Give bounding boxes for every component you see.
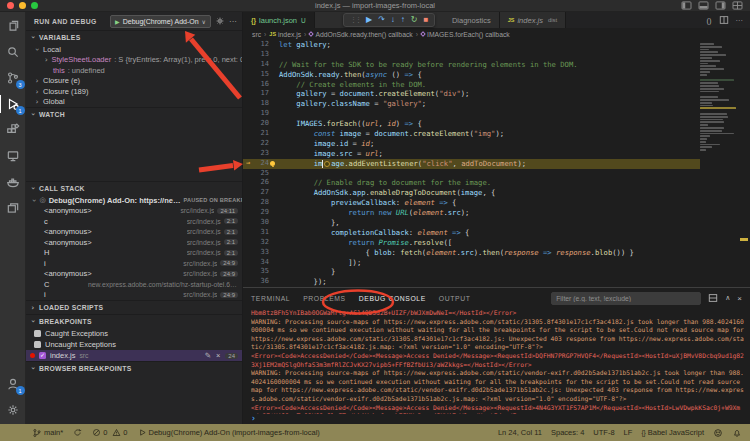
variables-header[interactable]: › VARIABLES [26,31,242,44]
variable-row[interactable]: ›Global [26,97,242,108]
more-actions-icon[interactable]: ··· [736,16,744,25]
stack-frame-row[interactable]: isrc/index.js24:9 [26,258,242,269]
variable-row[interactable]: ›StyleSheetLoader: S {tryEntries: Array(… [26,55,242,66]
eol-item[interactable]: LF [624,428,633,437]
close-panel-icon[interactable]: × [737,294,742,303]
breakpoint-checkbox[interactable]: ✓ [39,352,46,359]
maximize-panel-icon[interactable]: ∧ [725,294,730,302]
inline-breakpoint-icon[interactable] [324,161,330,167]
variable-row[interactable]: ›Closure (189) [26,86,242,97]
zoom-window-icon[interactable] [31,2,38,9]
configure-gear-icon[interactable] [215,16,225,26]
explorer-icon[interactable] [4,17,22,35]
step-out-button[interactable]: ↑ [401,16,405,24]
debug-target-item[interactable]: Debug(Chrome) Add-On (import-images-from… [138,428,320,437]
browser-breakpoints-header[interactable]: › BROWSER BREAKPOINTS [26,362,242,375]
step-into-button[interactable]: ↓ [391,16,395,24]
chevron-icon: › [34,76,40,85]
stack-frame-row[interactable]: <anonymous>src/index.js2:1 [26,227,242,238]
loaded-scripts-header[interactable]: › LOADED SCRIPTS [26,301,242,314]
variable-row[interactable]: this: undefined [26,65,242,76]
stack-frame-row[interactable]: <anonymous>src/index.js2:1 [26,237,242,248]
stack-frame-row[interactable]: isrc/index.js24:9 [26,290,242,301]
split-editor-icon[interactable] [719,15,729,25]
overview-ruler[interactable] [738,40,750,287]
feedback-item[interactable] [713,428,723,438]
indentation-item[interactable]: Spaces: 4 [551,428,584,437]
docker-icon[interactable] [4,173,22,191]
editor-groups-icon[interactable] [4,199,22,217]
minimap-line [700,43,714,45]
panel-tab-output[interactable]: OUTPUT [439,295,471,302]
problems-item[interactable]: 0 0 [92,428,127,437]
toggle-sidebar-icon[interactable] [681,1,692,10]
panel-tab-problems[interactable]: PROBLEMS [303,295,346,302]
close-window-icon[interactable] [7,2,14,9]
tab-launch-json[interactable]: {}launch.jsonU [243,12,315,28]
console-filter-input[interactable] [551,292,701,305]
stack-frame-row[interactable]: <anonymous>src/index.js24:9 [26,269,242,280]
customize-layout-icon[interactable] [732,1,743,10]
debug-config-dropdown[interactable]: ▶ Debug(Chrome) Add-On ∨ [110,15,211,28]
debug-session-row[interactable]: › ◎ Debug(Chrome) Add-On: https://ne… PA… [26,195,242,206]
accounts-icon[interactable]: 1 [4,375,22,393]
variable-row[interactable]: ›Closure (e) [26,76,242,87]
minimize-window-icon[interactable] [19,2,26,9]
breakpoint-checkbox[interactable] [34,341,41,348]
split-panel-icon[interactable] [708,293,718,303]
breadcrumb-item[interactable]: IMAGES.forEach() callback [421,31,510,38]
code-editor[interactable]: 12let gallery;1314// Wait for the SDK to… [243,40,750,287]
tab-index-js[interactable]: JSindex.jsdist [500,12,567,28]
edit-breakpoint-icon[interactable]: ✎ [205,351,211,360]
stack-frame-row[interactable]: Hsrc/index.js2:1 [26,248,242,259]
panel-tab-debug-console[interactable]: DEBUG CONSOLE [359,295,426,302]
settings-icon[interactable] [4,401,22,419]
stack-frame-row[interactable]: Cnew.express.adobe.com/static/hz-startup… [26,279,242,290]
toolbar-drag-handle[interactable]: ⋮⋮ [350,16,360,24]
line-number: 30 [253,218,269,228]
breadcrumb-item[interactable]: JSindex.js [269,31,301,38]
chevron-icon: › [44,55,49,64]
search-icon[interactable] [4,43,22,61]
stop-button[interactable]: ■ [424,16,429,24]
cursor-position-item[interactable]: Ln 24, Col 11 [498,428,542,437]
breakpoint-row[interactable]: Uncaught Exceptions [26,339,242,350]
panel-tab-terminal[interactable]: TERMINAL [251,295,290,302]
line-number: 33 [253,248,269,258]
breakpoints-header[interactable]: › BREAKPOINTS [26,315,242,328]
call-stack-header[interactable]: › CALL STACK [26,182,242,195]
breadcrumb-item[interactable]: src [252,31,261,38]
source-control-icon[interactable]: 3 [4,69,22,87]
notifications-item[interactable] [732,428,742,438]
lightbulb-icon[interactable] [270,161,275,166]
toggle-secondary-sidebar-icon[interactable] [715,1,726,10]
toggle-panel-icon[interactable] [698,1,709,10]
watch-header[interactable]: › WATCH [26,108,242,121]
continue-button[interactable]: ▶ [366,16,372,24]
sync-item[interactable] [73,428,82,437]
breakpoint-row[interactable]: Caught Exceptions [26,328,242,339]
breakpoint-checkbox[interactable] [34,330,41,337]
stack-frame-row[interactable]: <anonymous>src/index.js24:11 [26,206,242,217]
language-mode-item[interactable]: {}Babel JavaScript [641,428,704,437]
debug-console[interactable]: Hbm8tzBFh5YnIBab0OGWaMrtg+ASl4QD5d2B+UIZ… [243,308,750,424]
parens-action-icon[interactable]: () [707,16,712,25]
restart-button[interactable]: ↻ [411,16,418,24]
code-line: →24 image.addEventListener("click", addT… [243,159,700,169]
encoding-item[interactable]: UTF-8 [593,428,614,437]
step-over-button[interactable]: ↷ [378,16,385,24]
console-prompt[interactable]: › [251,415,256,424]
views-more-icon[interactable]: ··· [229,17,237,26]
run-and-debug-icon[interactable]: 1 [4,95,22,113]
git-branch-item[interactable]: main* [32,428,63,438]
variable-row[interactable]: ›Local [26,44,242,55]
breakpoint-gutter[interactable]: → [243,159,253,169]
extensions-icon[interactable] [4,121,22,139]
remote-explorer-icon[interactable] [4,147,22,165]
minimap[interactable] [700,40,738,287]
breakpoint-row[interactable]: ✓index.jssrc✎×24 [26,350,242,361]
remove-breakpoint-icon[interactable]: × [216,351,220,360]
start-debug-icon[interactable]: ▶ [115,18,120,25]
breadcrumb-item[interactable]: AddOnSdk.ready.then() callback [309,31,412,38]
stack-frame-row[interactable]: csrc/index.js2:1 [26,216,242,227]
